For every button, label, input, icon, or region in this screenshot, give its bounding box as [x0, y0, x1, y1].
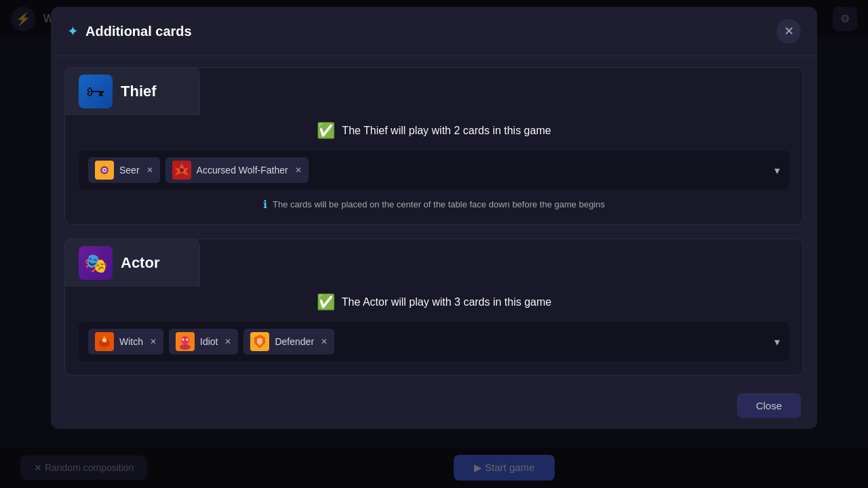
actor-status-row: ✅ The Actor will play with 3 cards in th…	[79, 293, 789, 311]
witch-tag-remove[interactable]: ✕	[150, 337, 157, 346]
thief-tab: 🗝 Thief	[64, 67, 200, 115]
seer-tag-remove[interactable]: ✕	[146, 165, 153, 175]
actor-status-text: The Actor will play with 3 cards in this…	[342, 296, 551, 308]
defender-tag-label: Defender	[275, 336, 314, 347]
actor-name: Actor	[121, 254, 159, 272]
modal-header-icon: ✦	[67, 23, 79, 39]
witch-tag-label: Witch	[119, 336, 143, 347]
svg-point-10	[102, 338, 106, 342]
idiot-tag-remove[interactable]: ✕	[224, 337, 231, 346]
wolf-tag-remove[interactable]: ✕	[295, 165, 302, 175]
thief-info-text: The cards will be placed on the center o…	[273, 199, 605, 209]
actor-tag-defender: Defender ✕	[243, 329, 334, 354]
svg-point-12	[181, 336, 189, 344]
actor-avatar: 🎭	[79, 246, 113, 280]
actor-section: 🎭 Actor ✅ The Actor will play with 3 car…	[64, 239, 804, 375]
tags-chevron-actor[interactable]: ▾	[774, 336, 780, 348]
modal-footer: Close	[51, 386, 817, 429]
seer-tag-avatar	[95, 161, 114, 180]
info-icon-thief: ℹ	[263, 198, 267, 211]
thief-tag-seer: Seer ✕	[88, 157, 160, 183]
defender-tag-avatar	[250, 332, 269, 351]
thief-check-icon: ✅	[317, 122, 335, 140]
svg-point-14	[182, 339, 184, 341]
wolf-tag-label: Accursed Wolf-Father	[197, 165, 288, 176]
modal-overlay: ✦ Additional cards ✕ 🗝 Thief ✅ The	[0, 0, 868, 488]
svg-point-6	[180, 168, 184, 172]
defender-tag-remove[interactable]: ✕	[321, 337, 328, 346]
thief-avatar: 🗝	[79, 75, 113, 108]
svg-point-3	[104, 169, 106, 171]
svg-point-13	[180, 344, 191, 350]
thief-info-row: ℹ The cards will be placed on the center…	[79, 198, 789, 211]
modal-body: 🗝 Thief ✅ The Thief will play with 2 car…	[51, 56, 817, 386]
witch-tag-avatar	[95, 332, 114, 351]
thief-section: 🗝 Thief ✅ The Thief will play with 2 car…	[64, 67, 804, 225]
tags-chevron-thief[interactable]: ▾	[774, 164, 780, 177]
thief-status-row: ✅ The Thief will play with 2 cards in th…	[79, 122, 789, 140]
actor-tags-container[interactable]: Witch ✕	[79, 322, 789, 361]
idiot-tag-avatar	[176, 332, 195, 351]
thief-tag-wolf: Accursed Wolf-Father ✕	[165, 157, 309, 183]
footer-close-button[interactable]: Close	[737, 393, 801, 418]
actor-tag-idiot: Idiot ✕	[169, 329, 238, 354]
additional-cards-modal: ✦ Additional cards ✕ 🗝 Thief ✅ The	[51, 7, 817, 429]
actor-tag-witch: Witch ✕	[88, 329, 163, 354]
seer-tag-label: Seer	[119, 165, 140, 176]
modal-header: ✦ Additional cards ✕	[51, 7, 817, 56]
modal-close-button[interactable]: ✕	[776, 19, 801, 43]
idiot-tag-label: Idiot	[200, 336, 218, 347]
thief-status-text: The Thief will play with 2 cards in this…	[342, 125, 551, 137]
thief-name: Thief	[121, 83, 157, 100]
wolf-tag-avatar	[172, 161, 191, 180]
modal-title: Additional cards	[85, 24, 770, 39]
thief-tags-container[interactable]: Seer ✕ Accur	[79, 150, 789, 190]
svg-point-15	[186, 339, 189, 341]
actor-tab: 🎭 Actor	[64, 239, 200, 287]
actor-check-icon: ✅	[317, 293, 335, 311]
